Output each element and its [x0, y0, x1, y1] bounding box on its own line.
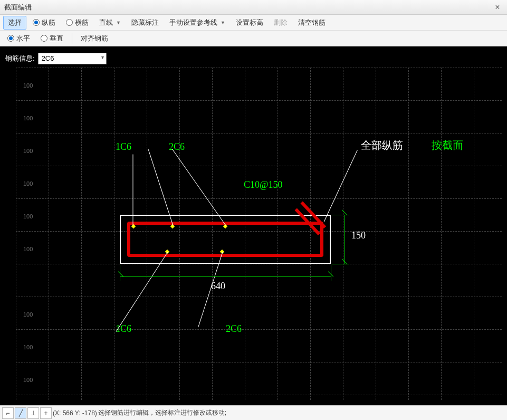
grid-line [474, 68, 474, 400]
annotation-c10-150[interactable]: C10@150 [244, 179, 283, 190]
grid: 100 100 100 100 100 100 100 100 100 1C6 … [16, 68, 502, 400]
grid-label: 100 [23, 377, 33, 383]
vertical-label: 垂直 [50, 34, 63, 43]
grid-line [16, 166, 502, 166]
align-rebar-button[interactable]: 对齐钢筋 [76, 32, 112, 45]
grid-label: 100 [23, 311, 33, 318]
grid-line [16, 198, 502, 199]
dim-line-width [120, 276, 331, 277]
grid-line [114, 68, 114, 400]
dim-height-value[interactable]: 150 [351, 230, 366, 241]
radio-icon [41, 35, 47, 42]
annotation-by-section[interactable]: 按截面 [432, 138, 463, 152]
grid-label: 100 [23, 213, 33, 219]
grid-line [408, 68, 409, 400]
clear-rebar-button[interactable]: 清空钢筋 [294, 16, 330, 29]
grid-label: 100 [23, 344, 33, 350]
canvas[interactable]: 钢筋信息: 2C6 100 100 100 100 100 100 [0, 46, 507, 405]
longitudinal-label: 纵筋 [42, 18, 55, 27]
leader-line [172, 149, 226, 226]
rebar-info-bar: 钢筋信息: 2C6 [5, 53, 107, 64]
grid-line [16, 68, 502, 68]
radio-icon [33, 19, 40, 26]
grid-line [16, 100, 502, 101]
status-bar: ⌐ ╱ ⊥ + (X: 566 Y: -178) 选择钢筋进行编辑，选择标注进行… [0, 405, 507, 420]
window-title: 截面编辑 [4, 3, 32, 12]
grid-label: 100 [23, 180, 33, 187]
line-dropdown[interactable]: 直线 ▼ [95, 16, 125, 29]
grid-label: 100 [23, 148, 33, 154]
annotation-2c6-bottom[interactable]: 2C6 [226, 323, 242, 335]
manual-refline-label: 手动设置参考线 [169, 18, 217, 27]
grid-line [81, 68, 82, 400]
dim-width-value[interactable]: 640 [211, 281, 225, 292]
dim-line-height [344, 215, 345, 264]
manual-refline-dropdown[interactable]: 手动设置参考线 ▼ [165, 16, 229, 29]
toolbar-align: 水平 垂直 对齐钢筋 [0, 31, 507, 46]
grid-line [16, 68, 16, 400]
leader-line [133, 155, 133, 226]
snap-cross-icon[interactable]: + [40, 407, 52, 419]
leader-line [148, 149, 174, 226]
grid-line [49, 68, 49, 400]
grid-line [16, 329, 502, 330]
status-hint: 选择钢筋进行编辑，选择标注进行修改或移动; [98, 408, 226, 417]
close-icon[interactable]: × [492, 2, 503, 13]
hide-annotation-button[interactable]: 隐藏标注 [127, 16, 163, 29]
grid-line [16, 362, 502, 362]
set-elevation-button[interactable]: 设置标高 [232, 16, 267, 29]
chevron-down-icon: ▼ [221, 20, 225, 25]
toolbar-main: 选择 纵筋 横筋 直线 ▼ 隐藏标注 手动设置参考线 ▼ 设置标高 删除 清空钢… [0, 15, 507, 31]
annotation-2c6-top[interactable]: 2C6 [169, 141, 185, 152]
snap-line-icon[interactable]: ╱ [15, 407, 26, 419]
delete-button[interactable]: 删除 [270, 16, 292, 29]
dim-ext-line [331, 265, 331, 281]
grid-line [441, 68, 442, 400]
grid-line [376, 68, 376, 400]
title-bar: 截面编辑 × [0, 0, 507, 15]
divider [72, 33, 72, 44]
snap-endpoint-icon[interactable]: ⌐ [2, 407, 14, 419]
radio-icon [66, 19, 73, 26]
leader-line [324, 150, 358, 222]
radio-icon [7, 35, 14, 42]
annotation-all-longitudinal[interactable]: 全部纵筋 [361, 138, 403, 152]
grid-line [16, 297, 502, 297]
snap-perpendicular-icon[interactable]: ⊥ [27, 407, 39, 419]
grid-label: 100 [23, 82, 33, 89]
vertical-radio[interactable]: 垂直 [36, 32, 68, 45]
rebar-info-label: 钢筋信息: [5, 54, 35, 63]
grid-line [343, 68, 343, 400]
longitudinal-radio[interactable]: 纵筋 [28, 16, 60, 29]
line-label: 直线 [99, 18, 113, 27]
grid-line [16, 395, 502, 395]
rebar-info-dropdown[interactable]: 2C6 [38, 53, 107, 64]
grid-label: 100 [23, 246, 33, 252]
annotation-1c6-top[interactable]: 1C6 [116, 141, 131, 152]
transverse-label: 横筋 [75, 18, 89, 27]
grid-label: 100 [23, 115, 33, 121]
transverse-radio[interactable]: 横筋 [62, 16, 93, 29]
grid-line [16, 264, 502, 264]
chevron-down-icon: ▼ [116, 20, 121, 25]
status-coords: (X: 566 Y: -178) [53, 409, 97, 417]
grid-line [16, 133, 502, 133]
horizontal-radio[interactable]: 水平 [3, 32, 34, 45]
horizontal-label: 水平 [16, 34, 30, 43]
select-button[interactable]: 选择 [3, 16, 26, 30]
